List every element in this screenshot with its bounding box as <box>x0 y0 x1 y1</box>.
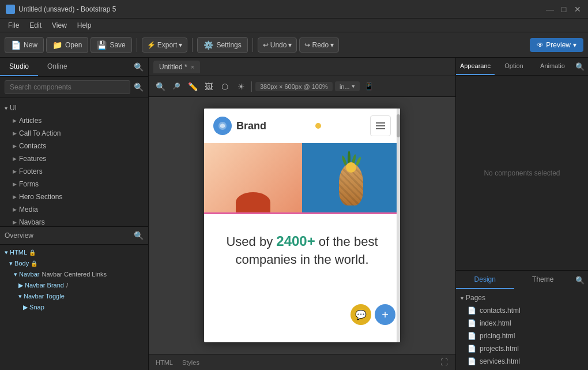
close-button[interactable]: ✕ <box>573 5 582 14</box>
redo-button[interactable]: ↪ Redo ▾ <box>299 38 339 53</box>
redo-dropdown-arrow: ▾ <box>330 41 334 49</box>
tree-item-media[interactable]: ▶ Media <box>0 203 148 216</box>
search-box: 🔍 <box>0 77 148 98</box>
maximize-button[interactable]: □ <box>559 5 568 14</box>
status-html[interactable]: HTML <box>156 359 173 366</box>
open-button[interactable]: 📁 Open <box>46 37 88 53</box>
overview-search-icon[interactable]: 🔍 <box>134 231 144 240</box>
page-item-projects[interactable]: 📄 projects.html <box>456 342 588 355</box>
tab-appearance[interactable]: Appearanc <box>456 58 495 75</box>
search-button[interactable]: 🔍 <box>134 83 144 92</box>
panel-search-icon[interactable]: 🔍 <box>134 62 144 72</box>
menu-view[interactable]: View <box>47 20 71 31</box>
save-button[interactable]: 💾 Save <box>91 37 131 53</box>
toolbar-separator-3 <box>252 38 253 52</box>
right-panel: Appearanc Option Animatio 🔍 No component… <box>455 58 588 370</box>
dom-navbar-toggle[interactable]: ▾ Navbar Toggle <box>0 291 148 302</box>
brand-icon <box>213 117 232 135</box>
tree-item-articles[interactable]: ▶ Articles <box>0 114 148 127</box>
tree-item-contacts[interactable]: ▶ Contacts <box>0 140 148 152</box>
hamburger-line-1 <box>376 122 385 124</box>
menu-edit[interactable]: Edit <box>25 20 46 31</box>
tree-item-hero-sections[interactable]: ▶ Hero Sections <box>0 190 148 203</box>
menu-file[interactable]: File <box>3 20 24 31</box>
page-item-index[interactable]: 📄 index.html <box>456 317 588 330</box>
dom-html[interactable]: ▾ HTML 🔒 <box>0 247 148 258</box>
file-icon-projects: 📄 <box>468 345 476 353</box>
lock-icon: 🔒 <box>29 249 36 256</box>
search-input[interactable] <box>5 80 130 94</box>
right-bottom: Design Theme 🔍 ▾ Pages 📄 contacts.html <box>456 270 588 370</box>
canvas-tab-untitled[interactable]: Untitled * × <box>153 61 200 73</box>
tab-design[interactable]: Design <box>456 271 514 289</box>
toolbar-separator <box>137 38 137 52</box>
dom-snap[interactable]: ▶ Snap <box>0 302 148 313</box>
pages-arrow: ▾ <box>461 295 463 301</box>
hamburger-line-2 <box>376 125 385 126</box>
preview-icon: 👁 <box>537 41 544 49</box>
new-button[interactable]: 📄 New <box>5 37 44 53</box>
nav-dot-1 <box>315 123 321 129</box>
undo-button[interactable]: ↩ Undo ▾ <box>258 38 297 53</box>
minimize-button[interactable]: — <box>545 5 555 14</box>
preview-hero: Used by 2400+ of the best companies in t… <box>204 214 400 286</box>
file-icon-index: 📄 <box>468 319 476 327</box>
tab-option[interactable]: Option <box>495 58 533 75</box>
dom-navbar-brand[interactable]: ▶ Navbar Brand / <box>0 280 148 291</box>
status-styles[interactable]: Styles <box>182 359 199 366</box>
right-bottom-tabs: Design Theme 🔍 <box>456 271 588 289</box>
mobile-view-button[interactable]: 📱 <box>362 80 376 94</box>
page-item-contacts[interactable]: 📄 contacts.html <box>456 304 588 317</box>
sun-tool[interactable]: ☀ <box>234 80 248 94</box>
overview-divider: Overview 🔍 <box>0 226 148 245</box>
hero-text: Used by 2400+ of the best companies in t… <box>216 231 389 269</box>
component-tree: ▾ UI ▶ Articles ▶ Call To Action ▶ Conta… <box>0 98 148 226</box>
undo-icon: ↩ <box>263 41 269 49</box>
hamburger-line-3 <box>376 128 385 129</box>
hamburger-button[interactable] <box>370 115 391 136</box>
export-icon: ⚡ <box>147 41 156 49</box>
preview-scrollbar[interactable] <box>397 109 400 342</box>
overview-label: Overview <box>5 231 33 240</box>
right-bottom-search-icon[interactable]: 🔍 <box>575 276 585 285</box>
settings-button[interactable]: ⚙️ Settings <box>197 37 247 53</box>
file-icon-services: 📄 <box>468 357 476 365</box>
tree-item-call-to-action[interactable]: ▶ Call To Action <box>0 127 148 140</box>
tab-close-button[interactable]: × <box>191 63 194 70</box>
image-tool[interactable]: 🖼 <box>202 80 216 94</box>
zoom-in-button[interactable]: 🔎 <box>169 80 183 94</box>
right-tabs: Appearanc Option Animatio 🔍 <box>456 58 588 76</box>
tab-animation[interactable]: Animatio <box>533 58 572 75</box>
tree-item-navbars[interactable]: ▶ Navbars <box>0 216 148 226</box>
tree-item-forms[interactable]: ▶ Forms <box>0 178 148 190</box>
tab-studio[interactable]: Studio <box>0 58 38 76</box>
chat-fab-button[interactable]: 💬 <box>350 304 371 325</box>
add-fab-button[interactable]: + <box>375 304 395 325</box>
export-button[interactable]: ⚡ Export ▾ <box>142 38 188 53</box>
right-panel-flex: Appearanc Option Animatio 🔍 No component… <box>456 58 588 370</box>
ui-section-header[interactable]: ▾ UI <box>0 102 148 114</box>
expand-button[interactable]: ⛶ <box>439 358 448 367</box>
canvas-area[interactable]: Brand <box>149 97 455 354</box>
canvas-toolbar: 🔍 🔎 ✏️ 🖼 ⬡ ☀ 380px × 600px @ 100% in... … <box>149 76 455 97</box>
app-icon <box>6 5 15 14</box>
device-selector[interactable]: in... ▾ <box>335 81 360 91</box>
canvas-tabs: Untitled * × <box>149 58 455 76</box>
tab-theme[interactable]: Theme <box>514 271 572 289</box>
dom-navbar[interactable]: ▾ Navbar Navbar Centered Links <box>0 269 148 280</box>
right-panel-search-icon[interactable]: 🔍 <box>575 62 585 71</box>
tab-online[interactable]: Online <box>38 58 77 76</box>
pages-section: ▾ Pages 📄 contacts.html 📄 index.html 📄 p… <box>456 289 588 370</box>
zoom-out-button[interactable]: 🔍 <box>153 80 167 94</box>
brand-name: Brand <box>236 120 266 132</box>
dom-body[interactable]: ▾ Body 🔒 <box>0 258 148 269</box>
layer-tool[interactable]: ⬡ <box>218 80 232 94</box>
tree-item-footers[interactable]: ▶ Footers <box>0 165 148 178</box>
select-tool[interactable]: ✏️ <box>186 80 199 94</box>
page-item-pricing[interactable]: 📄 pricing.html <box>456 330 588 342</box>
tree-item-features[interactable]: ▶ Features <box>0 152 148 165</box>
page-item-services[interactable]: 📄 services.html <box>456 355 588 368</box>
preview-button[interactable]: 👁 Preview ▾ <box>530 38 583 52</box>
menu-help[interactable]: Help <box>73 20 96 31</box>
preview-right-image <box>302 143 400 212</box>
